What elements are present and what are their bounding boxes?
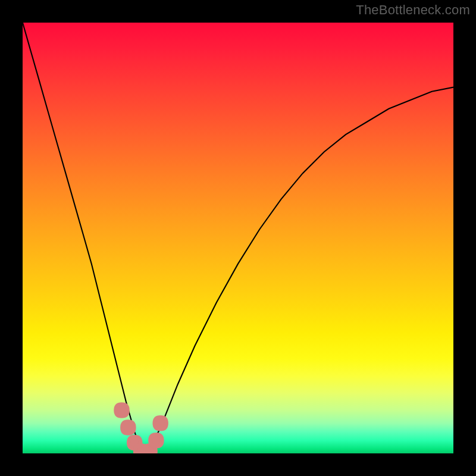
curve-marker-0 bbox=[116, 405, 128, 416]
curve-marker-1 bbox=[122, 422, 134, 434]
plot-area bbox=[23, 23, 453, 453]
curve-marker-6 bbox=[155, 417, 167, 429]
curve-svg bbox=[23, 23, 453, 453]
bottleneck-curve bbox=[23, 23, 453, 453]
curve-marker-5 bbox=[150, 434, 162, 446]
outer-frame: TheBottleneck.com bbox=[0, 0, 476, 476]
watermark-text: TheBottleneck.com bbox=[356, 2, 470, 18]
marker-group bbox=[116, 405, 167, 453]
